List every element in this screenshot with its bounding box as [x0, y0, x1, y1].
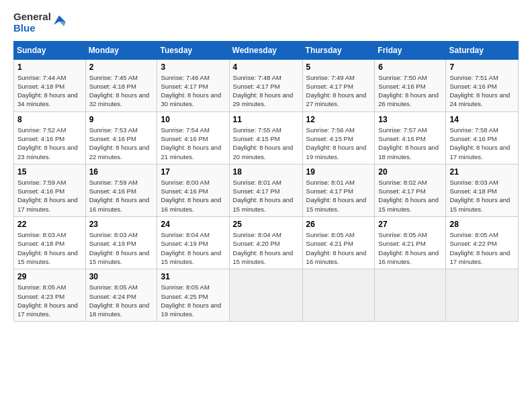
- day-number: 19: [306, 167, 371, 177]
- day-number: 29: [17, 272, 82, 281]
- day-detail: Sunrise: 8:03 AM Sunset: 4:19 PM Dayligh…: [89, 230, 154, 266]
- calendar-cell: 5 Sunrise: 7:49 AM Sunset: 4:17 PM Dayli…: [302, 59, 375, 111]
- day-detail: Sunrise: 7:51 AM Sunset: 4:16 PM Dayligh…: [449, 73, 515, 109]
- day-detail: Sunrise: 7:50 AM Sunset: 4:16 PM Dayligh…: [378, 73, 442, 109]
- daylight-label: Daylight: 8 hours and 16 minutes.: [378, 249, 439, 265]
- calendar-cell: 1 Sunrise: 7:44 AM Sunset: 4:18 PM Dayli…: [14, 59, 86, 111]
- daylight-label: Daylight: 8 hours and 17 minutes.: [449, 144, 510, 160]
- day-detail: Sunrise: 8:05 AM Sunset: 4:22 PM Dayligh…: [449, 230, 515, 266]
- sunrise-label: Sunrise: 7:55 AM: [233, 126, 281, 134]
- day-number: 5: [306, 62, 371, 72]
- sunrise-label: Sunrise: 7:46 AM: [161, 74, 209, 81]
- sunset-label: Sunset: 4:17 PM: [306, 83, 353, 90]
- logo: General Blue: [13, 11, 67, 34]
- day-detail: Sunrise: 7:59 AM Sunset: 4:16 PM Dayligh…: [89, 178, 154, 214]
- calendar-cell: 15 Sunrise: 7:59 AM Sunset: 4:16 PM Dayl…: [14, 164, 86, 216]
- sunrise-label: Sunrise: 8:05 AM: [449, 231, 498, 238]
- day-number: 12: [306, 115, 371, 124]
- calendar-week-row: 1 Sunrise: 7:44 AM Sunset: 4:18 PM Dayli…: [14, 59, 519, 111]
- day-number: 9: [89, 115, 154, 124]
- daylight-label: Daylight: 8 hours and 29 minutes.: [233, 91, 294, 107]
- day-number: 21: [449, 167, 515, 177]
- daylight-label: Daylight: 8 hours and 24 minutes.: [449, 91, 510, 107]
- sunset-label: Sunset: 4:15 PM: [233, 135, 280, 142]
- calendar-cell: [375, 269, 446, 322]
- sunrise-label: Sunrise: 8:05 AM: [306, 231, 355, 238]
- sunset-label: Sunset: 4:17 PM: [306, 187, 353, 195]
- calendar-cell: 11 Sunrise: 7:55 AM Sunset: 4:15 PM Dayl…: [229, 111, 302, 164]
- calendar-cell: [302, 269, 375, 322]
- day-number: 17: [161, 167, 225, 177]
- calendar-cell: 18 Sunrise: 8:01 AM Sunset: 4:17 PM Dayl…: [229, 164, 302, 216]
- day-number: 30: [89, 272, 154, 281]
- sunset-label: Sunset: 4:17 PM: [233, 83, 280, 90]
- daylight-label: Daylight: 8 hours and 15 minutes.: [378, 196, 439, 212]
- day-number: 8: [17, 115, 82, 124]
- sunset-label: Sunset: 4:19 PM: [89, 240, 136, 247]
- sunrise-label: Sunrise: 8:04 AM: [233, 231, 281, 238]
- calendar-cell: 29 Sunrise: 8:05 AM Sunset: 4:23 PM Dayl…: [14, 269, 86, 322]
- daylight-label: Daylight: 8 hours and 34 minutes.: [17, 91, 78, 107]
- daylight-label: Daylight: 8 hours and 21 minutes.: [161, 144, 221, 160]
- day-number: 20: [378, 167, 442, 177]
- day-detail: Sunrise: 8:00 AM Sunset: 4:16 PM Dayligh…: [161, 178, 225, 214]
- calendar-table: Sunday Monday Tuesday Wednesday Thursday…: [13, 41, 519, 322]
- sunset-label: Sunset: 4:16 PM: [449, 135, 496, 142]
- day-number: 11: [233, 115, 299, 124]
- calendar-cell: 10 Sunrise: 7:54 AM Sunset: 4:16 PM Dayl…: [157, 111, 229, 164]
- calendar-cell: 4 Sunrise: 7:48 AM Sunset: 4:17 PM Dayli…: [229, 59, 302, 111]
- calendar-week-row: 15 Sunrise: 7:59 AM Sunset: 4:16 PM Dayl…: [14, 164, 519, 216]
- sunrise-label: Sunrise: 7:57 AM: [378, 126, 427, 134]
- calendar-cell: 21 Sunrise: 8:03 AM Sunset: 4:18 PM Dayl…: [446, 164, 519, 216]
- day-detail: Sunrise: 8:05 AM Sunset: 4:23 PM Dayligh…: [17, 283, 82, 318]
- sunset-label: Sunset: 4:16 PM: [449, 83, 496, 90]
- calendar-cell: 27 Sunrise: 8:05 AM Sunset: 4:21 PM Dayl…: [375, 217, 446, 269]
- day-number: 26: [306, 220, 371, 229]
- calendar-cell: 28 Sunrise: 8:05 AM Sunset: 4:22 PM Dayl…: [446, 217, 519, 269]
- calendar-cell: 22 Sunrise: 8:03 AM Sunset: 4:18 PM Dayl…: [14, 217, 86, 269]
- day-detail: Sunrise: 8:04 AM Sunset: 4:19 PM Dayligh…: [161, 230, 225, 266]
- sunrise-label: Sunrise: 7:58 AM: [449, 126, 498, 134]
- daylight-label: Daylight: 8 hours and 15 minutes.: [161, 249, 221, 265]
- calendar-cell: 9 Sunrise: 7:53 AM Sunset: 4:16 PM Dayli…: [85, 111, 157, 164]
- daylight-label: Daylight: 8 hours and 18 minutes.: [378, 144, 439, 160]
- calendar-cell: 7 Sunrise: 7:51 AM Sunset: 4:16 PM Dayli…: [446, 59, 519, 111]
- calendar-week-row: 29 Sunrise: 8:05 AM Sunset: 4:23 PM Dayl…: [14, 269, 519, 322]
- sunrise-label: Sunrise: 8:00 AM: [161, 179, 209, 186]
- day-detail: Sunrise: 7:48 AM Sunset: 4:17 PM Dayligh…: [233, 73, 299, 109]
- sunrise-label: Sunrise: 8:05 AM: [378, 231, 427, 238]
- sunset-label: Sunset: 4:21 PM: [306, 240, 353, 247]
- day-number: 25: [233, 220, 299, 229]
- logo-general: General: [13, 11, 51, 22]
- calendar-cell: 30 Sunrise: 8:05 AM Sunset: 4:24 PM Dayl…: [85, 269, 157, 322]
- day-number: 13: [378, 115, 442, 124]
- calendar-cell: 12 Sunrise: 7:56 AM Sunset: 4:15 PM Dayl…: [302, 111, 375, 164]
- daylight-label: Daylight: 8 hours and 18 minutes.: [89, 302, 150, 318]
- calendar-week-row: 22 Sunrise: 8:03 AM Sunset: 4:18 PM Dayl…: [14, 217, 519, 269]
- day-number: 4: [233, 62, 299, 72]
- calendar-cell: [229, 269, 302, 322]
- day-detail: Sunrise: 7:59 AM Sunset: 4:16 PM Dayligh…: [17, 178, 82, 214]
- header-row: Sunday Monday Tuesday Wednesday Thursday…: [14, 41, 519, 59]
- sunset-label: Sunset: 4:16 PM: [17, 187, 64, 195]
- sunrise-label: Sunrise: 7:56 AM: [306, 126, 355, 134]
- sunrise-label: Sunrise: 7:45 AM: [89, 74, 138, 81]
- daylight-label: Daylight: 8 hours and 32 minutes.: [89, 91, 150, 107]
- day-number: 28: [449, 220, 515, 229]
- day-number: 2: [89, 62, 154, 72]
- sunset-label: Sunset: 4:16 PM: [161, 135, 208, 142]
- sunrise-label: Sunrise: 8:03 AM: [89, 231, 138, 238]
- day-number: 7: [449, 62, 515, 72]
- sunrise-label: Sunrise: 8:05 AM: [89, 283, 138, 291]
- day-number: 24: [161, 220, 225, 229]
- sunset-label: Sunset: 4:17 PM: [161, 83, 208, 90]
- sunrise-label: Sunrise: 8:05 AM: [161, 283, 209, 291]
- day-detail: Sunrise: 8:01 AM Sunset: 4:17 PM Dayligh…: [306, 178, 371, 214]
- daylight-label: Daylight: 8 hours and 15 minutes.: [306, 196, 367, 212]
- day-detail: Sunrise: 8:05 AM Sunset: 4:25 PM Dayligh…: [161, 283, 225, 318]
- sunset-label: Sunset: 4:16 PM: [378, 135, 425, 142]
- sunrise-label: Sunrise: 7:48 AM: [233, 74, 281, 81]
- day-number: 15: [17, 167, 82, 177]
- page-container: General Blue Sunday Monday Tuesday Wedne…: [0, 0, 532, 328]
- day-number: 22: [17, 220, 82, 229]
